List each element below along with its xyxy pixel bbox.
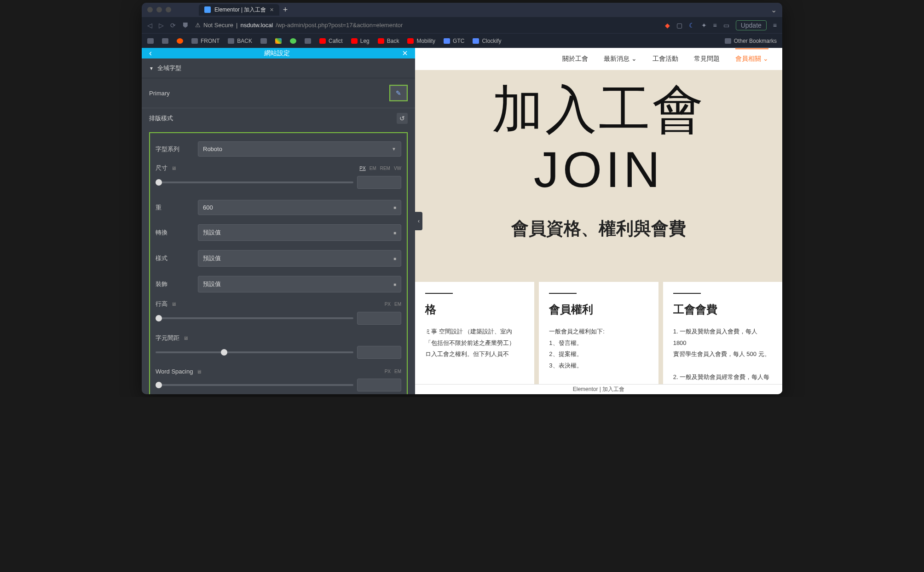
word-spacing-input[interactable] xyxy=(357,379,401,391)
preview-footer: Elementor | 加入工會 xyxy=(415,384,782,394)
update-button[interactable]: Update xyxy=(736,20,767,30)
unit-px[interactable]: PX xyxy=(385,302,391,307)
line-height-row: 行高🖥 PXEM xyxy=(154,297,403,331)
list-icon[interactable]: ≡ xyxy=(713,22,717,29)
bookmark-back2[interactable]: Back xyxy=(378,38,399,44)
nav-faq[interactable]: 常見問題 xyxy=(694,55,720,63)
size-slider[interactable] xyxy=(156,181,353,183)
panel-back-button[interactable]: ‹ xyxy=(149,48,152,58)
tab-title: Elementor | 加入工會 xyxy=(214,6,266,14)
card-body: 1. 一般及贊助會員入會費，每人 1800實習學生會員入會費，每人 500 元。… xyxy=(673,326,772,383)
desktop-icon[interactable]: 🖥 xyxy=(171,301,176,307)
unit-em[interactable]: EM xyxy=(370,166,376,171)
line-height-slider[interactable] xyxy=(156,317,353,319)
chevron-down-icon: ■ xyxy=(393,205,396,210)
desktop-icon[interactable]: 🖥 xyxy=(196,369,202,374)
chevron-down-icon: ■ xyxy=(393,256,396,261)
card-title: 會員權利 xyxy=(549,302,648,317)
new-tab-button[interactable]: + xyxy=(283,5,288,15)
section-global-fonts[interactable]: ▼ 全域字型 xyxy=(142,58,415,78)
unit-vw[interactable]: VW xyxy=(394,166,401,171)
shield-icon[interactable]: ⛊ xyxy=(182,22,189,29)
bookmark-gtc[interactable]: GTC xyxy=(444,38,464,44)
notion-icon[interactable]: ▢ xyxy=(676,22,682,29)
menu-icon[interactable]: ≡ xyxy=(773,22,777,29)
card-fees: 工會會費 1. 一般及贊助會員入會費，每人 1800實習學生會員入會費，每人 5… xyxy=(663,282,782,394)
transform-row: 轉換 預設值■ xyxy=(154,220,403,245)
moon-icon[interactable]: ☾ xyxy=(689,22,695,29)
reset-button[interactable]: ↺ xyxy=(397,113,408,124)
bookmark-drive[interactable] xyxy=(290,38,296,44)
brave-icon[interactable]: ◆ xyxy=(665,22,670,29)
bookmark-item[interactable] xyxy=(177,38,183,44)
back-button[interactable]: ◁ xyxy=(147,22,152,29)
bookmark-gmail[interactable] xyxy=(275,38,282,44)
weight-select[interactable]: 600■ xyxy=(198,200,401,215)
style-select[interactable]: 預設值■ xyxy=(198,250,401,267)
bookmark-clockify[interactable]: Clockify xyxy=(473,38,501,44)
nav-about[interactable]: 關於工會 xyxy=(562,55,588,63)
unit-px[interactable]: PX xyxy=(359,166,365,171)
chevron-down-icon[interactable]: ⌄ xyxy=(771,6,777,14)
nav-news[interactable]: 最新消息 ⌄ xyxy=(604,55,637,63)
wallet-icon[interactable]: ▭ xyxy=(723,22,729,29)
font-family-row: 字型系列 Roboto▼ xyxy=(154,137,403,161)
cards: 格 ミ事 空間設計 （建築設計、室內「包括但不限於前述之產業勞工）ロ入工會之權利… xyxy=(415,282,782,394)
caret-down-icon: ▼ xyxy=(149,66,154,71)
letter-spacing-row: 字元間距🖥 xyxy=(154,331,403,365)
unit-rem[interactable]: REM xyxy=(380,166,390,171)
panel-close-button[interactable]: × xyxy=(402,48,408,58)
decoration-row: 裝飾 預設值■ xyxy=(154,271,403,297)
letter-spacing-input[interactable] xyxy=(357,346,401,359)
other-bookmarks[interactable]: Other Bookmarks xyxy=(725,38,777,44)
hero-title-en: JOIN xyxy=(433,140,764,198)
toolbar-icons: ◆ ▢ ☾ ✦ ≡ ▭ Update ≡ xyxy=(665,20,777,30)
reload-button[interactable]: ⟳ xyxy=(170,22,176,29)
traffic-lights[interactable] xyxy=(147,7,171,12)
panel-title: 網站設定 xyxy=(264,49,290,58)
font-family-select[interactable]: Roboto▼ xyxy=(198,141,401,157)
elementor-icon xyxy=(204,6,211,13)
transform-select[interactable]: 預設值■ xyxy=(198,224,401,241)
decoration-select[interactable]: 預設值■ xyxy=(198,276,401,292)
extensions-icon[interactable]: ✦ xyxy=(701,22,707,29)
bookmark-front[interactable]: FRONT xyxy=(191,38,219,44)
bookmark-folder[interactable] xyxy=(147,38,154,44)
desktop-icon[interactable]: 🖥 xyxy=(171,165,176,171)
bookmark-back[interactable]: BACK xyxy=(228,38,252,44)
line-height-input[interactable] xyxy=(357,312,401,325)
collapse-panel-button[interactable]: ‹ xyxy=(415,212,422,230)
bookmark-folder[interactable] xyxy=(305,38,311,44)
browser-tab[interactable]: Elementor | 加入工會 × xyxy=(199,4,279,16)
url-bar[interactable]: ⚠ Not Secure | nsdutw.local/wp-admin/pos… xyxy=(195,22,658,29)
size-row: 尺寸🖥 PXEMREMVW xyxy=(154,161,403,195)
size-input[interactable] xyxy=(357,176,401,189)
unit-em[interactable]: EM xyxy=(394,302,401,307)
nav-member[interactable]: 會員相關 ⌄ xyxy=(735,48,768,63)
chevron-down-icon: ■ xyxy=(393,230,396,235)
bookmark-cafict[interactable]: Cafict xyxy=(319,38,343,44)
bookmark-folder[interactable] xyxy=(260,38,267,44)
unit-em[interactable]: EM xyxy=(394,369,401,374)
forward-button[interactable]: ▷ xyxy=(159,22,164,29)
desktop-icon[interactable]: 🖥 xyxy=(183,335,188,341)
style-row: 樣式 預設值■ xyxy=(154,245,403,271)
letter-spacing-slider[interactable] xyxy=(156,351,353,353)
close-icon[interactable]: × xyxy=(270,6,273,13)
word-spacing-slider[interactable] xyxy=(156,384,353,386)
browser-window: Elementor | 加入工會 × + ⌄ ◁ ▷ ⟳ ⛊ ⚠ Not Sec… xyxy=(142,3,782,394)
bookmark-leg[interactable]: Leg xyxy=(351,38,370,44)
subtitle: 會員資格、權利與會費 xyxy=(433,217,764,240)
warning-icon: ⚠ xyxy=(195,22,201,29)
card-title: 格 xyxy=(425,302,524,317)
edit-typography-button[interactable]: ✎ xyxy=(390,86,407,100)
divider xyxy=(673,293,701,294)
primary-label: Primary xyxy=(149,90,170,97)
security-status: Not Secure xyxy=(203,22,233,29)
nav-events[interactable]: 工會活動 xyxy=(653,55,678,63)
bookmark-mobility[interactable]: Mobility xyxy=(407,38,435,44)
bookmark-folder[interactable] xyxy=(162,38,168,44)
url-domain: nsdutw.local xyxy=(240,22,273,29)
unit-px[interactable]: PX xyxy=(385,369,391,374)
elementor-panel: ‹ 網站設定 × ▼ 全域字型 Primary ✎ 排版樣式 ↺ 字型系列 xyxy=(142,48,415,394)
